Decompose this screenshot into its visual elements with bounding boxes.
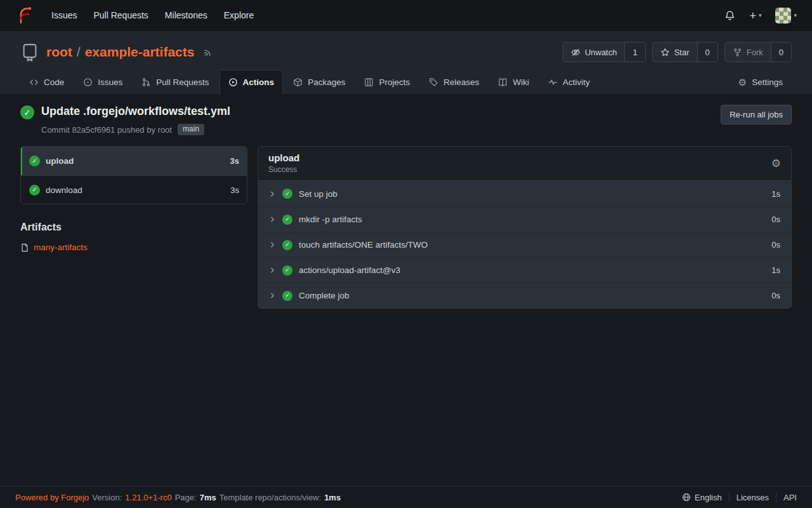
- step-row-complete[interactable]: ✓ Complete job 0s: [258, 283, 791, 308]
- run-header: ✓ Update .forgejo/workflows/test.yml Com…: [20, 105, 792, 135]
- navbar-right: + ▾ ▾: [724, 8, 803, 23]
- step-row-touch[interactable]: ✓ touch artifacts/ONE artifacts/TWO 0s: [258, 232, 791, 257]
- star-button-group: Star 0: [652, 42, 718, 62]
- step-duration: 1s: [771, 265, 780, 275]
- nav-milestones[interactable]: Milestones: [157, 0, 216, 31]
- bell-icon: [724, 10, 735, 21]
- version-link[interactable]: 1.21.0+1-rc0: [125, 493, 171, 502]
- notifications-button[interactable]: [724, 10, 735, 21]
- language-selector[interactable]: English: [675, 493, 729, 502]
- powered-by-link[interactable]: Powered by Forgejo: [15, 493, 89, 502]
- nav-explore[interactable]: Explore: [216, 0, 262, 31]
- stars-count[interactable]: 0: [697, 43, 717, 62]
- tab-releases[interactable]: Releases: [420, 70, 488, 94]
- star-button[interactable]: Star: [653, 43, 697, 62]
- tab-label: Projects: [379, 77, 410, 87]
- repo-name-link[interactable]: example-artifacts: [85, 44, 195, 60]
- forgejo-logo[interactable]: [16, 7, 34, 24]
- create-new-button[interactable]: + ▾: [749, 10, 761, 22]
- artifact-download-link[interactable]: many-artifacts: [34, 243, 88, 252]
- nav-pull-requests[interactable]: Pull Requests: [85, 0, 156, 31]
- job-detail-title: upload: [268, 152, 299, 163]
- tab-label: Issues: [98, 77, 122, 87]
- star-label: Star: [674, 48, 690, 57]
- job-steps-list: ✓ Set up job 1s ✓ mkdir -p artifacts 0s: [258, 181, 791, 308]
- actions-run-view: ✓ Update .forgejo/workflows/test.yml Com…: [0, 94, 812, 486]
- unwatch-button[interactable]: Unwatch: [563, 43, 625, 62]
- nav-issues[interactable]: Issues: [43, 0, 85, 31]
- run-body: ✓ upload 3s ✓ download 3s Artifacts many…: [20, 146, 792, 309]
- step-row-setup[interactable]: ✓ Set up job 1s: [258, 181, 791, 206]
- step-row-upload-artifact[interactable]: ✓ actions/upload-artifact@v3 1s: [258, 257, 791, 283]
- chevron-down-icon: ▾: [794, 13, 797, 18]
- job-row-download[interactable]: ✓ download 3s: [21, 175, 247, 204]
- footer-left: Powered by Forgejo Version: 1.21.0+1-rc0…: [15, 493, 341, 502]
- job-list: ✓ upload 3s ✓ download 3s: [20, 146, 247, 204]
- step-duration: 0s: [771, 215, 780, 224]
- user-menu-button[interactable]: ▾: [775, 8, 797, 23]
- job-success-icon: ✓: [29, 156, 40, 166]
- footer: Powered by Forgejo Version: 1.21.0+1-rc0…: [0, 486, 812, 508]
- file-icon: [20, 243, 29, 252]
- globe-icon: [682, 493, 691, 502]
- step-label: Set up job: [299, 189, 337, 199]
- book-icon: [498, 77, 508, 87]
- job-name: download: [46, 185, 82, 195]
- rss-feed-button[interactable]: [203, 48, 213, 57]
- project-board-icon: [364, 77, 374, 87]
- step-duration: 0s: [771, 240, 780, 250]
- licenses-link[interactable]: Licenses: [729, 493, 776, 502]
- api-link[interactable]: API: [776, 493, 797, 502]
- top-navbar: Issues Pull Requests Milestones Explore …: [0, 0, 812, 31]
- job-success-icon: ✓: [29, 185, 40, 196]
- fork-icon: [733, 48, 742, 57]
- chevron-right-icon: [269, 267, 276, 274]
- job-detail-status: Success: [268, 165, 299, 174]
- rss-icon: [203, 48, 213, 57]
- tab-wiki[interactable]: Wiki: [489, 70, 538, 94]
- tab-label: Wiki: [513, 77, 529, 87]
- chevron-right-icon: [269, 241, 276, 248]
- tab-label: Actions: [243, 77, 275, 87]
- issue-icon: [83, 77, 93, 87]
- tab-label: Releases: [443, 77, 479, 87]
- package-icon: [293, 77, 303, 87]
- job-options-gear-icon[interactable]: ⚙: [771, 158, 781, 169]
- tab-settings[interactable]: ⚙ Settings: [730, 70, 792, 94]
- forks-count[interactable]: 0: [771, 43, 791, 62]
- chevron-right-icon: [269, 292, 276, 299]
- repo-owner-link[interactable]: root: [46, 44, 72, 60]
- tab-pull-requests[interactable]: Pull Requests: [133, 70, 218, 94]
- eye-slash-icon: [571, 48, 580, 57]
- tab-activity[interactable]: Activity: [539, 70, 599, 94]
- artifact-item: many-artifacts: [20, 243, 247, 252]
- tab-issues[interactable]: Issues: [74, 70, 131, 94]
- tab-code[interactable]: Code: [20, 70, 73, 94]
- tab-label: Code: [44, 77, 64, 87]
- footer-right: English Licenses API: [675, 493, 797, 502]
- job-row-upload[interactable]: ✓ upload 3s: [21, 147, 247, 175]
- repo-tabs: Code Issues Pull Requests Actions Packag…: [20, 70, 792, 94]
- page-time-label: Page:: [175, 493, 197, 502]
- rerun-all-jobs-button[interactable]: Re-run all jobs: [721, 105, 792, 124]
- tab-label: Activity: [563, 77, 590, 87]
- tab-actions[interactable]: Actions: [219, 70, 284, 94]
- tab-label: Packages: [308, 77, 345, 87]
- fork-label: Fork: [747, 48, 763, 57]
- jobs-sidebar: ✓ upload 3s ✓ download 3s Artifacts many…: [20, 146, 247, 252]
- step-row-mkdir[interactable]: ✓ mkdir -p artifacts 0s: [258, 206, 791, 232]
- job-detail-panel: upload Success ⚙ ✓ Set up job 1s: [258, 146, 792, 309]
- page-time-value: 7ms: [200, 493, 216, 502]
- tab-packages[interactable]: Packages: [284, 70, 354, 94]
- star-icon: [660, 48, 670, 57]
- step-label: touch artifacts/ONE artifacts/TWO: [299, 240, 428, 250]
- forgejo-actions-page: { "glyphs": { "check": "✓", "gear": "⚙",…: [0, 0, 812, 508]
- template-time-value: 1ms: [324, 493, 341, 502]
- fork-button[interactable]: Fork: [725, 43, 771, 62]
- branch-badge[interactable]: main: [178, 124, 204, 135]
- tab-projects[interactable]: Projects: [355, 70, 419, 94]
- watchers-count[interactable]: 1: [624, 43, 645, 62]
- template-time-label: Template repo/actions/view:: [219, 493, 321, 502]
- language-label: English: [695, 493, 722, 502]
- commit-text: Commit 82a5cf6961 pushed by root: [41, 125, 172, 135]
